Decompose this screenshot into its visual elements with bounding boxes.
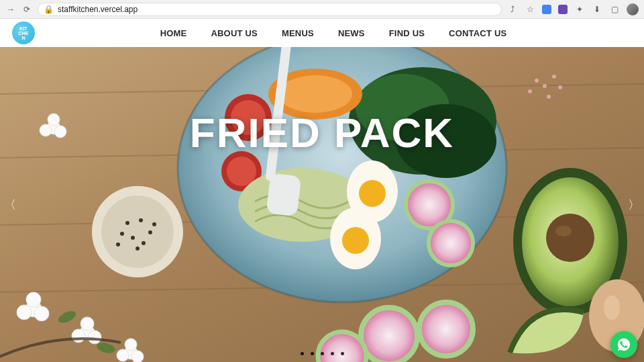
svg-point-68 bbox=[535, 79, 539, 83]
svg-point-61 bbox=[604, 296, 620, 320]
svg-point-49 bbox=[80, 317, 94, 330]
svg-point-30 bbox=[139, 218, 143, 222]
svg-point-18 bbox=[359, 180, 386, 207]
carousel-next-button[interactable]: 〉 bbox=[627, 197, 641, 212]
forward-icon: → bbox=[7, 5, 15, 14]
svg-point-31 bbox=[148, 230, 152, 234]
carousel-dot-2[interactable] bbox=[311, 352, 314, 355]
extension-icon-2[interactable] bbox=[558, 5, 568, 14]
nav-menus[interactable]: MENUS bbox=[282, 28, 314, 38]
carousel-dot-5[interactable] bbox=[341, 352, 344, 355]
svg-point-59 bbox=[555, 226, 572, 236]
address-bar[interactable]: 🔒 staffkitchen.vercel.app bbox=[38, 3, 502, 16]
svg-point-72 bbox=[558, 85, 562, 89]
reload-button[interactable]: ⟳ bbox=[21, 4, 32, 15]
toolbar-icons: ⤴ ☆ ✦ ⬇ ▢ bbox=[507, 3, 639, 15]
whatsapp-icon bbox=[616, 337, 631, 352]
carousel-dot-4[interactable] bbox=[331, 352, 334, 355]
reload-icon: ⟳ bbox=[23, 5, 30, 14]
url-text: staffkitchen.vercel.app bbox=[58, 5, 138, 14]
nav-news[interactable]: NEWS bbox=[338, 28, 365, 38]
forward-button[interactable]: → bbox=[5, 4, 16, 15]
bookmark-star-icon[interactable]: ☆ bbox=[525, 4, 535, 15]
hero-image bbox=[0, 47, 644, 362]
nav-about-us[interactable]: ABOUT US bbox=[211, 28, 258, 38]
chevron-left-icon: 〈 bbox=[4, 197, 16, 213]
svg-point-58 bbox=[546, 214, 594, 262]
share-icon[interactable]: ⤴ bbox=[507, 4, 518, 15]
extension-icon-1[interactable] bbox=[542, 5, 551, 14]
svg-point-45 bbox=[26, 292, 41, 307]
svg-point-11 bbox=[278, 75, 352, 113]
carousel-dot-1[interactable] bbox=[301, 352, 304, 355]
svg-point-20 bbox=[342, 227, 369, 254]
profile-avatar[interactable] bbox=[627, 3, 639, 15]
svg-point-34 bbox=[142, 241, 146, 245]
logo-text: KIT CHE N bbox=[19, 26, 29, 40]
svg-point-43 bbox=[17, 305, 32, 320]
nav-home[interactable]: HOME bbox=[160, 28, 187, 38]
svg-point-36 bbox=[116, 242, 120, 246]
hero-title: FRIED PACK bbox=[0, 109, 644, 156]
svg-point-32 bbox=[131, 236, 135, 240]
whatsapp-button[interactable] bbox=[610, 331, 637, 358]
carousel-prev-button[interactable]: 〈 bbox=[3, 197, 17, 212]
svg-point-28 bbox=[101, 195, 174, 268]
svg-point-69 bbox=[543, 84, 547, 88]
lock-icon: 🔒 bbox=[44, 5, 54, 14]
browser-toolbar: → ⟳ 🔒 staffkitchen.vercel.app ⤴ ☆ ✦ ⬇ ▢ bbox=[0, 0, 644, 19]
svg-point-29 bbox=[125, 221, 129, 225]
carousel-dots bbox=[0, 352, 644, 355]
svg-point-53 bbox=[125, 338, 137, 351]
svg-point-35 bbox=[152, 222, 156, 226]
chevron-right-icon: 〉 bbox=[628, 197, 640, 213]
svg-point-33 bbox=[120, 232, 124, 236]
download-icon[interactable]: ⬇ bbox=[592, 4, 602, 15]
svg-point-15 bbox=[227, 156, 256, 186]
nav-contact-us[interactable]: CONTACT US bbox=[449, 28, 506, 38]
nav-find-us[interactable]: FIND US bbox=[389, 28, 425, 38]
install-icon[interactable]: ▢ bbox=[609, 4, 620, 15]
main-nav: HOME ABOUT US MENUS NEWS FIND US CONTACT… bbox=[35, 28, 632, 38]
svg-point-44 bbox=[34, 306, 49, 321]
hero-section: FRIED PACK 〈 〉 bbox=[0, 47, 644, 362]
svg-point-71 bbox=[528, 89, 532, 93]
site-header: KIT CHE N HOME ABOUT US MENUS NEWS FIND … bbox=[0, 19, 644, 47]
svg-point-51 bbox=[117, 349, 129, 361]
svg-point-73 bbox=[547, 95, 551, 99]
carousel-dot-3[interactable] bbox=[321, 352, 324, 355]
extensions-puzzle-icon[interactable]: ✦ bbox=[574, 4, 585, 15]
svg-point-47 bbox=[72, 329, 85, 343]
svg-point-48 bbox=[88, 330, 101, 344]
svg-point-37 bbox=[136, 246, 140, 251]
svg-point-70 bbox=[552, 75, 556, 79]
svg-rect-26 bbox=[266, 173, 302, 216]
site-logo[interactable]: KIT CHE N bbox=[12, 21, 35, 44]
